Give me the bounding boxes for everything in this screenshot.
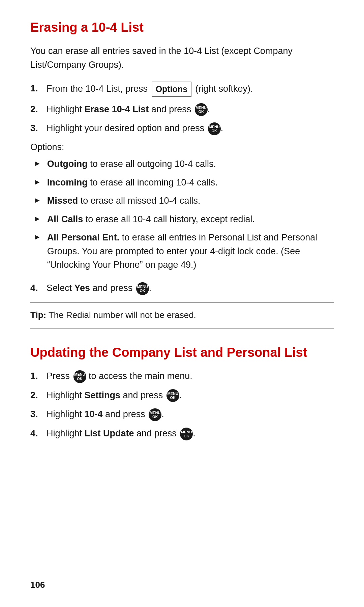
option-all-calls: ► All Calls to erase all 10-4 call histo… (34, 212, 334, 226)
erase-steps-list: 1. From the 10-4 List, press Options (ri… (30, 82, 334, 135)
step-2-num: 2. (30, 103, 47, 116)
option-all-personal: ► All Personal Ent. to erase all entries… (34, 231, 334, 272)
page-number: 106 (30, 580, 45, 590)
options-key: Options (152, 82, 191, 97)
section-erase-intro: You can erase all entries saved in the 1… (30, 44, 334, 71)
update-step-3-content: Highlight 10-4 and press MENUOK. (47, 407, 334, 421)
option-incoming: ► Incoming to erase all incoming 10-4 ca… (34, 176, 334, 190)
update-step-4: 4. Highlight List Update and press MENUO… (30, 427, 334, 440)
bullet-arrow-1: ► (34, 158, 41, 169)
tip-box: Tip: The Redial number will not be erase… (30, 302, 334, 328)
update-step-2: 2. Highlight Settings and press MENUOK. (30, 388, 334, 402)
options-bullet-list: ► Outgoing to erase all outgoing 10-4 ca… (34, 157, 334, 272)
menu-ok-icon-5: MENUOK (166, 389, 179, 402)
update-step-3-num: 3. (30, 407, 47, 421)
erase-step4-list: 4. Select Yes and press MENUOK. (30, 281, 334, 295)
step-2-content: Highlight Erase 10-4 List and press MENU… (47, 103, 334, 116)
update-step-4-content: Highlight List Update and press MENUOK. (47, 427, 334, 440)
tip-label: Tip: (30, 310, 46, 320)
erase-step-3: 3. Highlight your desired option and pre… (30, 121, 334, 135)
update-steps-list: 1. Press MENUOK to access the main menu.… (30, 369, 334, 441)
option-outgoing: ► Outgoing to erase all outgoing 10-4 ca… (34, 157, 334, 171)
update-step-3: 3. Highlight 10-4 and press MENUOK. (30, 407, 334, 421)
option-missed: ► Missed to erase all missed 10-4 calls. (34, 194, 334, 208)
menu-ok-icon-7: MENUOK (180, 428, 193, 440)
option-all-calls-text: All Calls to erase all 10-4 call history… (47, 212, 334, 226)
erase-step-1: 1. From the 10-4 List, press Options (ri… (30, 82, 334, 97)
option-all-personal-text: All Personal Ent. to erase all entries i… (47, 231, 334, 272)
step-1-content: From the 10-4 List, press Options (right… (47, 82, 334, 97)
bullet-arrow-5: ► (34, 231, 41, 242)
section-erase: Erasing a 10-4 List You can erase all en… (30, 20, 334, 328)
menu-ok-icon-1: MENUOK (195, 103, 208, 116)
tip-text: The Redial number will not be erased. (46, 310, 196, 320)
bullet-arrow-4: ► (34, 213, 41, 224)
update-step-2-num: 2. (30, 388, 47, 402)
erase-step-4: 4. Select Yes and press MENUOK. (30, 281, 334, 295)
step-4-content: Select Yes and press MENUOK. (47, 281, 334, 295)
erase-list-bold: Erase 10-4 List (85, 104, 149, 114)
update-step-1-num: 1. (30, 369, 47, 383)
step-3-content: Highlight your desired option and press … (47, 121, 334, 135)
bullet-arrow-3: ► (34, 195, 41, 206)
option-missed-text: Missed to erase all missed 10-4 calls. (47, 194, 334, 208)
update-step-2-content: Highlight Settings and press MENUOK. (47, 388, 334, 402)
section-erase-title: Erasing a 10-4 List (30, 20, 334, 35)
option-incoming-text: Incoming to erase all incoming 10-4 call… (47, 176, 334, 190)
update-step-1-content: Press MENUOK to access the main menu. (47, 369, 334, 383)
menu-ok-icon-2: MENUOK (208, 122, 221, 135)
options-label: Options: (30, 142, 334, 152)
menu-ok-icon-6: MENUOK (149, 408, 161, 421)
option-outgoing-text: Outgoing to erase all outgoing 10-4 call… (47, 157, 334, 171)
step-1-num: 1. (30, 82, 47, 95)
update-step-1: 1. Press MENUOK to access the main menu. (30, 369, 334, 383)
page-content: Erasing a 10-4 List You can erase all en… (0, 0, 364, 467)
bullet-arrow-2: ► (34, 176, 41, 187)
erase-step-2: 2. Highlight Erase 10-4 List and press M… (30, 103, 334, 116)
step-3-num: 3. (30, 121, 47, 135)
section-update-title: Updating the Company List and Personal L… (30, 345, 334, 360)
step-4-num: 4. (30, 281, 47, 295)
menu-ok-icon-3: MENUOK (136, 282, 149, 295)
update-step-4-num: 4. (30, 427, 47, 440)
section-update: Updating the Company List and Personal L… (30, 345, 334, 441)
menu-ok-icon-4: MENUOK (73, 370, 86, 383)
